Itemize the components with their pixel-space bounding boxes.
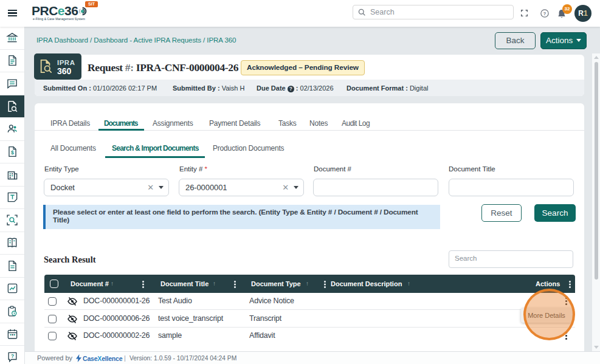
svg-text:$: $ [11, 149, 14, 156]
svg-text:?: ? [10, 353, 13, 359]
svg-text:?: ? [543, 11, 547, 16]
